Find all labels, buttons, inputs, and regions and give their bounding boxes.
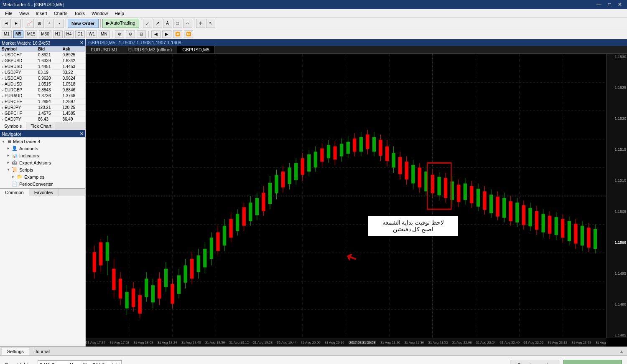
nav-item-examples[interactable]: ► 📁 Examples <box>0 173 85 180</box>
navigator-close-icon[interactable]: ✕ <box>80 131 84 136</box>
tf-m5[interactable]: M5 <box>13 30 23 38</box>
menu-item-file[interactable]: File <box>2 10 16 17</box>
svg-rect-152 <box>515 202 519 222</box>
tf-zoom-out[interactable]: ⊖ <box>126 30 135 38</box>
tf-w1[interactable]: W1 <box>87 30 97 38</box>
mw-cell-symbol: ● EURUSD <box>0 64 36 70</box>
expert-properties-button[interactable]: Expert properties <box>510 360 560 364</box>
tb-arrow[interactable]: ↗ <box>153 19 162 28</box>
chart-canvas <box>86 54 606 338</box>
xaxis-label: 31 Aug 18:24 <box>157 341 177 344</box>
market-watch-row[interactable]: ● CADJPY86.4386.49 <box>0 116 85 122</box>
tb-crosshair[interactable]: ✛ <box>196 19 205 28</box>
chart-tab-gbpusd-m5[interactable]: GBPUSD,M5 <box>177 46 215 53</box>
new-order-button[interactable]: New Order <box>68 19 99 28</box>
mw-tab-symbols[interactable]: Symbols <box>0 122 26 130</box>
market-watch-row[interactable]: ● GBPCHF1.45751.4585 <box>0 111 85 116</box>
tf-scroll-left[interactable]: ⏪ <box>173 30 182 38</box>
st-tab-settings[interactable]: Settings <box>2 348 29 355</box>
tf-fit[interactable]: ⊟ <box>137 30 146 38</box>
nav-item-mt4[interactable]: ▼ 🖥 MetaTrader 4 <box>0 138 85 145</box>
tb-text[interactable]: A <box>163 19 172 28</box>
market-watch-row[interactable]: ● EURCHF1.28941.2897 <box>0 99 85 105</box>
menu-item-view[interactable]: View <box>16 10 33 17</box>
start-button[interactable]: Start <box>563 360 622 364</box>
mw-tab-tick-chart[interactable]: Tick Chart <box>26 122 56 130</box>
xaxis-label: 31 Aug 22:24 <box>476 341 496 344</box>
svg-rect-92 <box>320 148 324 162</box>
xaxis-label: 31 Aug 21:52 <box>428 341 448 344</box>
nav-item-period-converter[interactable]: 📄 PeriodConverter <box>0 180 85 187</box>
tf-period-fwd[interactable]: ▶ <box>162 30 171 38</box>
svg-rect-130 <box>444 178 447 198</box>
market-watch-row[interactable]: ● GBPUSD1.63391.6342 <box>0 58 85 64</box>
close-button[interactable]: ✕ <box>615 1 624 8</box>
market-watch-row[interactable]: ● EURJPY120.21120.25 <box>0 105 85 111</box>
chart-tab-eurusd-m1[interactable]: EURUSD,M1 <box>86 46 123 53</box>
market-watch-row[interactable]: ● EURAUD1.37361.3748 <box>0 93 85 99</box>
mw-cell-bid: 1.4451 <box>36 64 61 70</box>
yaxis-label: 1.1485 <box>607 333 626 337</box>
nav-item-indicators[interactable]: ► 📊 Indicators <box>0 152 85 159</box>
nav-mt4-icon: 🖥 <box>7 139 11 144</box>
mw-col-symbol: Symbol <box>0 46 36 52</box>
maximize-button[interactable]: □ <box>606 1 614 8</box>
nav-item-scripts[interactable]: ▼ 📜 Scripts <box>0 166 85 173</box>
ea-select[interactable]: 2 MA Crosses Mega filter EA V1.ex4 <box>38 360 122 364</box>
tf-d1[interactable]: D1 <box>75 30 85 38</box>
tb-cursor[interactable]: ↖ <box>206 19 215 28</box>
tb-back[interactable]: ◄ <box>2 19 11 28</box>
market-watch-row[interactable]: ● USDCHF0.89210.8925 <box>0 52 85 58</box>
tf-zoom-in[interactable]: ⊕ <box>115 30 124 38</box>
chart-main[interactable]: 1.1530 1.1525 1.1520 1.1515 1.1510 1.150… <box>86 54 627 346</box>
auto-trading-button[interactable]: ▶ AutoTrading <box>102 19 139 28</box>
nav-item-accounts[interactable]: ► 👤 Accounts <box>0 145 85 152</box>
tf-m15[interactable]: M15 <box>25 30 37 38</box>
market-watch-row[interactable]: ● EURGBP0.88430.8846 <box>0 87 85 93</box>
menu-item-help[interactable]: Help <box>111 10 127 17</box>
arrow-icon: ► <box>7 147 10 150</box>
market-watch-row[interactable]: ● USDCAD0.96200.9624 <box>0 76 85 81</box>
tb-ellipse[interactable]: ○ <box>183 19 192 28</box>
svg-rect-28 <box>112 269 115 290</box>
chart-tab-eurusd-m2[interactable]: EURUSD,M2 (offline) <box>123 46 177 53</box>
nav-tab-common[interactable]: Common <box>0 189 29 196</box>
tf-h4[interactable]: H4 <box>64 30 74 38</box>
svg-rect-128 <box>437 177 441 195</box>
tb-rect[interactable]: □ <box>173 19 182 28</box>
mw-col-ask: Ask <box>61 46 85 52</box>
xaxis-label: 31 Aug 23:28 <box>571 341 591 344</box>
svg-rect-114 <box>392 153 395 168</box>
svg-rect-154 <box>522 205 525 225</box>
mw-cell-symbol: ● EURCHF <box>0 99 36 105</box>
tf-mn[interactable]: MN <box>99 30 110 38</box>
tb-forward[interactable]: ► <box>12 19 21 28</box>
market-watch-row[interactable]: ● AUDUSD1.05151.0518 <box>0 81 85 87</box>
tb-zoom-out[interactable]: - <box>55 19 64 28</box>
mw-cell-bid: 1.2894 <box>36 99 61 105</box>
tf-period-sep[interactable]: ◀ <box>151 30 161 38</box>
tb-profiles[interactable]: ⊞ <box>35 19 44 28</box>
tf-m1[interactable]: M1 <box>2 30 12 38</box>
nav-tab-favorites[interactable]: Favorites <box>29 189 59 196</box>
minimize-button[interactable]: — <box>594 1 604 8</box>
nav-item-expert-advisors[interactable]: ► 🤖 Expert Advisors <box>0 159 85 166</box>
tf-h1[interactable]: H1 <box>53 30 63 38</box>
market-watch-close-icon[interactable]: ✕ <box>80 40 84 46</box>
menu-item-tools[interactable]: Tools <box>71 10 88 17</box>
menu-item-insert[interactable]: Insert <box>32 10 51 17</box>
xaxis-label: 31 Aug 23:44 <box>595 341 606 344</box>
svg-rect-24 <box>99 242 102 265</box>
market-watch-row[interactable]: ● EURUSD1.44511.4453 <box>0 64 85 70</box>
menu-item-charts[interactable]: Charts <box>51 10 71 17</box>
tb-zoom-in[interactable]: + <box>45 19 54 28</box>
tb-new-chart[interactable]: 📈 <box>25 19 34 28</box>
menu-item-window[interactable]: Window <box>88 10 111 17</box>
tf-m30[interactable]: M30 <box>39 30 51 38</box>
nav-scripts-icon: 📜 <box>12 167 18 172</box>
tf-scroll-right[interactable]: ⏩ <box>184 30 193 38</box>
st-tab-journal[interactable]: Journal <box>29 348 55 355</box>
tb-line[interactable]: ⟋ <box>143 19 152 28</box>
nav-pc-icon: 📄 <box>12 181 18 187</box>
market-watch-row[interactable]: ● USDJPY83.1983.22 <box>0 70 85 76</box>
